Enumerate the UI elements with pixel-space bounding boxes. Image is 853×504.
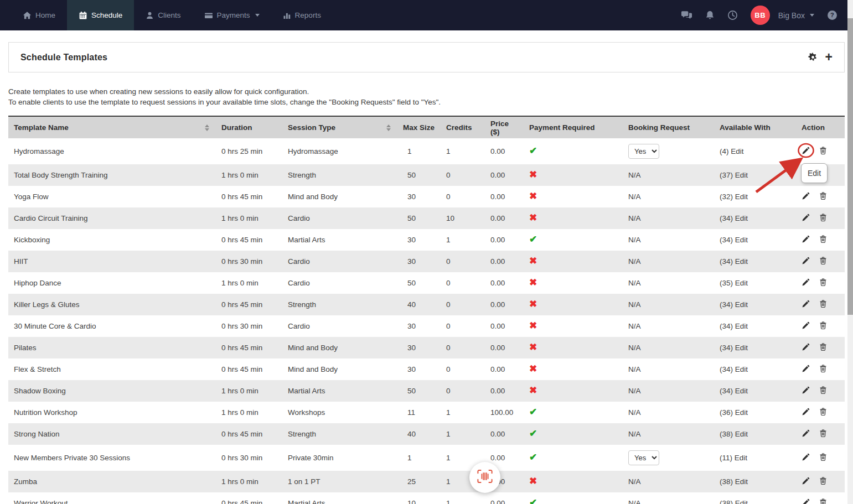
scan-badge[interactable] [469,462,500,493]
clock-icon[interactable] [727,10,738,20]
user-icon [146,11,154,20]
delete-trash-button[interactable] [819,386,827,396]
delete-trash-button[interactable] [819,256,827,267]
cell-credits: 1 [441,402,485,423]
available-with-edit-link[interactable]: (32) Edit [720,193,748,201]
cell-available-with: (34) Edit [714,358,796,380]
edit-pencil-button[interactable] [802,257,810,267]
available-with-edit-link[interactable]: (34) Edit [720,300,748,309]
delete-trash-button[interactable] [819,321,827,331]
cell-action [796,251,845,272]
sort-icon[interactable] [386,124,391,131]
notifications-bell-icon[interactable] [705,11,715,20]
edit-pencil-button[interactable] [802,343,810,353]
available-with-edit-link[interactable]: (11) Edit [720,454,747,462]
edit-pencil-button[interactable] [802,278,810,288]
booking-request-select[interactable]: Yes [628,144,659,159]
cell-max-size: 30 [397,251,441,272]
cell-max-size: 25 [397,471,441,492]
available-with-edit-link[interactable]: (34) Edit [720,257,748,266]
cell-template-name: Cardio Circuit Training [8,207,216,229]
edit-pencil-button[interactable] [802,386,810,396]
cell-payment-required: ✖ [524,207,623,229]
user-menu[interactable]: Big Box [778,11,814,20]
scrollbar-thumb[interactable] [847,18,853,315]
table-row: Pilates 0 hrs 45 min Mind and Body 30 0 … [8,337,845,358]
table-row: HIIT 0 hrs 30 min Cardio 30 0 0.00 ✖ N/A… [8,251,845,272]
nav-item-schedule[interactable]: Schedule [67,0,134,30]
available-with-edit-link[interactable]: (37) Edit [720,171,748,179]
delete-trash-button[interactable] [819,278,827,288]
sort-icon[interactable] [205,124,209,131]
edit-pencil-button[interactable] [802,453,810,463]
available-with-edit-link[interactable]: (4) Edit [720,147,744,155]
cell-payment-required: ✖ [524,315,623,337]
nav-item-label: Payments [217,11,250,19]
available-with-edit-link[interactable]: (34) Edit [720,365,748,373]
edit-pencil-button[interactable] [802,147,810,157]
messages-icon[interactable] [681,11,692,20]
available-with-edit-link[interactable]: (34) Edit [720,236,748,244]
settings-gear-icon[interactable] [808,53,818,62]
edit-pencil-button[interactable] [802,192,810,202]
edit-pencil-button[interactable] [802,321,810,331]
delete-trash-button[interactable] [819,342,827,353]
cell-duration: 0 hrs 45 min [216,423,282,445]
col-booking-request: Booking Request [623,116,714,138]
nav-item-clients[interactable]: Clients [134,0,192,30]
nav-left: Home Schedule [0,0,333,30]
delete-trash-button[interactable] [819,191,827,202]
delete-trash-button[interactable] [819,235,827,245]
edit-pencil-button[interactable] [802,429,810,439]
delete-trash-button[interactable] [819,453,827,463]
delete-trash-button[interactable] [819,364,827,375]
available-with-edit-link[interactable]: (38) Edit [720,499,748,504]
cell-credits: 0 [441,186,485,207]
edit-pencil-button[interactable] [802,498,810,504]
available-with-edit-link[interactable]: (35) Edit [720,279,748,287]
scrollbar-track[interactable] [847,0,853,504]
nav-item-payments[interactable]: Payments [193,0,271,30]
edit-pencil-button[interactable] [802,477,810,487]
cell-template-name: 30 Minute Core & Cardio [8,315,216,337]
available-with-edit-link[interactable]: (34) Edit [720,322,748,330]
edit-pencil-button[interactable] [802,214,810,224]
cell-session-type: 1 on 1 PT [282,471,397,492]
nav-item-reports[interactable]: Reports [271,0,333,30]
available-with-edit-link[interactable]: (38) Edit [720,477,748,486]
available-with-edit-link[interactable]: (38) Edit [720,430,748,438]
delete-trash-button[interactable] [819,407,827,418]
edit-pencil-button[interactable] [802,235,810,245]
cell-max-size: 1 [397,445,441,471]
delete-trash-button[interactable] [819,476,827,487]
available-with-edit-link[interactable]: (34) Edit [720,344,748,352]
delete-trash-button[interactable] [819,299,827,310]
edit-pencil-button[interactable] [802,408,810,418]
cell-booking-request: N/A [623,471,714,492]
booking-request-value: N/A [628,236,641,244]
cell-max-size: 30 [397,186,441,207]
nav-item-home[interactable]: Home [11,0,67,30]
available-with-edit-link[interactable]: (36) Edit [720,408,748,417]
payment-no-cross-icon: ✖ [529,342,537,352]
delete-trash-button[interactable] [819,429,827,439]
cell-booking-request: N/A [623,402,714,423]
barcode-scan-icon [477,469,493,486]
delete-trash-button[interactable] [819,146,827,157]
add-template-plus-icon[interactable]: + [825,51,833,64]
help-icon[interactable]: ? [827,10,838,20]
col-label: Template Name [14,123,69,132]
edit-pencil-button[interactable] [802,300,810,310]
available-with-edit-link[interactable]: (34) Edit [720,387,748,395]
avatar[interactable]: BB [751,6,770,25]
available-with-edit-link[interactable]: (34) Edit [720,214,748,222]
delete-trash-button[interactable] [819,213,827,224]
cell-price: 0.00 [485,337,524,358]
cell-booking-request: N/A [623,207,714,229]
edit-pencil-button[interactable] [802,365,810,375]
delete-trash-button[interactable] [819,498,827,504]
cell-booking-request: N/A [623,337,714,358]
col-label: Max Size [403,123,435,132]
payment-yes-check-icon: ✔ [529,428,537,439]
booking-request-select[interactable]: Yes [628,450,659,465]
